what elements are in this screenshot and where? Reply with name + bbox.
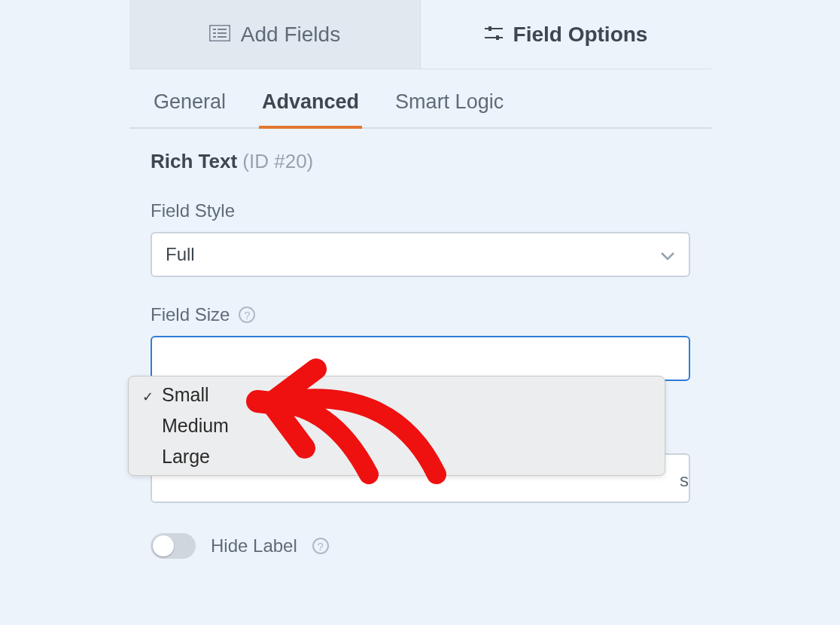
help-icon[interactable]: ?	[312, 538, 329, 554]
check-icon: ✓	[142, 389, 154, 405]
field-size-select[interactable]	[151, 336, 690, 381]
field-size-dropdown: ✓ Small Medium Large	[128, 376, 665, 476]
partial-text: s	[680, 470, 689, 491]
tab-general[interactable]: General	[151, 80, 229, 127]
field-heading: Rich Text (ID #20)	[151, 150, 690, 173]
tab-smart-logic[interactable]: Smart Logic	[392, 80, 507, 127]
field-options-panel: Add Fields Field Options General Advance…	[129, 0, 711, 625]
field-style-label: Field Style	[151, 200, 690, 221]
hide-label-toggle[interactable]	[151, 533, 196, 559]
sliders-icon	[485, 23, 503, 47]
tab-add-fields[interactable]: Add Fields	[129, 0, 421, 69]
primary-tabs: Add Fields Field Options	[129, 0, 711, 69]
tab-label: Field Options	[513, 23, 648, 47]
option-medium[interactable]: Medium	[129, 410, 665, 441]
field-style-select[interactable]: Full	[151, 232, 690, 277]
option-large[interactable]: Large	[129, 441, 665, 472]
tab-label: Add Fields	[241, 23, 340, 47]
secondary-tabs: General Advanced Smart Logic	[129, 80, 711, 129]
toggle-knob	[153, 535, 174, 556]
field-size-label: Field Size ?	[151, 304, 690, 325]
tab-advanced[interactable]: Advanced	[259, 80, 362, 127]
hide-label-text: Hide Label	[211, 535, 297, 556]
field-style-value: Full	[166, 244, 195, 265]
field-type-name: Rich Text	[151, 150, 237, 172]
list-icon	[209, 23, 230, 47]
hide-label-row: Hide Label ?	[151, 533, 690, 559]
svg-rect-10	[496, 35, 499, 40]
content-area: Rich Text (ID #20) Field Style Full Fiel…	[129, 129, 711, 559]
chevron-down-icon	[660, 244, 675, 265]
svg-rect-8	[488, 26, 492, 31]
active-tab-underline	[259, 126, 362, 129]
tab-field-options[interactable]: Field Options	[421, 0, 711, 69]
help-icon[interactable]: ?	[239, 306, 255, 323]
option-small[interactable]: ✓ Small	[129, 380, 665, 410]
field-id: (ID #20)	[242, 150, 313, 172]
